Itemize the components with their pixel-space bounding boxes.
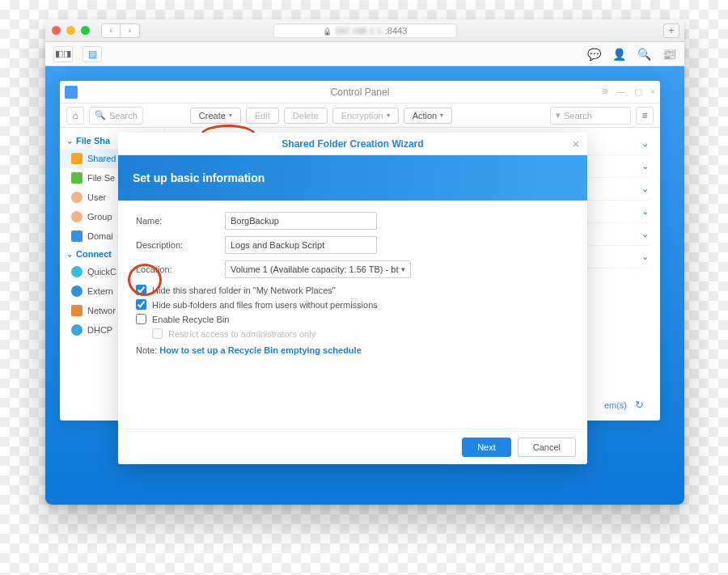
- home-button[interactable]: ⌂: [66, 107, 84, 125]
- traffic-lights: [52, 26, 90, 35]
- checkbox-icon: [152, 328, 163, 339]
- wizard-body: Name: Description: Location: Volume 1 (A…: [118, 201, 587, 429]
- dsm-topbar: ◧◨ ▤ 💬 👤 🔍 📰: [45, 42, 684, 66]
- close-icon[interactable]: ×: [573, 137, 579, 150]
- control-panel-title: Control Panel: [331, 87, 390, 98]
- recycle-bin-help-link[interactable]: How to set up a Recycle Bin emptying sch…: [159, 345, 361, 355]
- filter-input[interactable]: ▾ Search: [550, 107, 631, 125]
- search-icon[interactable]: 🔍: [637, 48, 651, 61]
- items-count: em(s): [604, 400, 627, 410]
- dashboard-icon[interactable]: ◧◨: [53, 46, 73, 62]
- location-label: Location:: [136, 264, 225, 274]
- enable-recycle-bin-checkbox[interactable]: Enable Recycle Bin: [136, 314, 569, 324]
- chat-icon[interactable]: 💬: [587, 48, 601, 61]
- list-footer: em(s) ↻: [604, 399, 644, 411]
- new-tab-button[interactable]: +: [663, 23, 679, 38]
- file-services-icon: [71, 172, 83, 184]
- cloud-icon: [71, 266, 83, 277]
- chevron-down-icon: ⌄: [641, 229, 649, 239]
- action-button[interactable]: Action▾: [404, 108, 453, 124]
- refresh-icon[interactable]: ↻: [635, 399, 644, 411]
- globe-icon: [71, 285, 83, 297]
- close-window-icon[interactable]: [52, 26, 61, 35]
- fullscreen-window-icon[interactable]: [81, 26, 90, 35]
- checkbox-icon[interactable]: [136, 299, 146, 310]
- control-panel-toolbar: ⌂ 🔍 Search Create▾ Edit Delete Encryptio…: [60, 104, 660, 128]
- funnel-icon: ▾: [556, 110, 561, 120]
- folder-icon: [71, 153, 83, 164]
- chevron-down-icon: ⌄: [641, 184, 649, 194]
- cancel-button[interactable]: Cancel: [518, 438, 576, 457]
- delete-button[interactable]: Delete: [284, 108, 328, 124]
- caret-down-icon: ▾: [387, 112, 390, 119]
- name-input[interactable]: [225, 212, 377, 230]
- recycle-bin-note: Note: How to set up a Recycle Bin emptyi…: [136, 345, 569, 355]
- cp-minimize-icon[interactable]: —: [617, 87, 626, 97]
- address-bar[interactable]: 192.168.1.1 :8443: [273, 23, 457, 38]
- control-panel-tab-icon[interactable]: ▤: [83, 46, 102, 62]
- chevron-down-icon: ⌄: [641, 252, 649, 262]
- widgets-icon[interactable]: 📰: [662, 48, 676, 61]
- back-button[interactable]: ‹: [101, 23, 121, 38]
- chevron-down-icon: ⌄: [641, 206, 649, 217]
- wizard-title: Shared Folder Creation Wizard: [281, 138, 423, 150]
- minimize-window-icon[interactable]: [66, 26, 75, 35]
- control-panel-titlebar: Control Panel ⚞ — ▢ ×: [60, 81, 660, 104]
- chevron-down-icon: ⌄: [641, 161, 649, 171]
- user-icon: [71, 192, 83, 203]
- shared-folder-wizard: Shared Folder Creation Wizard × Set up b…: [118, 133, 587, 464]
- browser-window: ‹ › 192.168.1.1 :8443 + ◧◨ ▤ 💬 👤 🔍 📰 Con…: [45, 19, 684, 505]
- wizard-banner: Set up basic information: [118, 155, 587, 201]
- list-settings-button[interactable]: ≡: [636, 107, 654, 125]
- dhcp-icon: [71, 324, 83, 336]
- cp-close-icon[interactable]: ×: [650, 87, 655, 97]
- user-icon[interactable]: 👤: [612, 48, 626, 61]
- cp-pin-icon[interactable]: ⚞: [601, 87, 609, 97]
- checkbox-icon[interactable]: [136, 285, 146, 295]
- wizard-titlebar: Shared Folder Creation Wizard ×: [118, 133, 587, 155]
- wizard-footer: Next Cancel: [118, 429, 587, 464]
- description-label: Description:: [136, 240, 225, 250]
- address-port: :8443: [385, 26, 408, 36]
- create-button[interactable]: Create▾: [190, 108, 241, 124]
- nav-arrows: ‹ ›: [101, 23, 140, 38]
- encryption-button[interactable]: Encryption▾: [332, 108, 399, 124]
- location-select[interactable]: Volume 1 (Available capacity: 1.56 TB) -…: [225, 260, 411, 278]
- description-input[interactable]: [225, 236, 377, 254]
- forward-button[interactable]: ›: [121, 23, 140, 38]
- hide-subfolders-checkbox[interactable]: Hide sub-folders and files from users wi…: [136, 299, 569, 310]
- next-button[interactable]: Next: [462, 438, 511, 457]
- domain-icon: [71, 230, 83, 242]
- edit-button[interactable]: Edit: [246, 108, 279, 124]
- restrict-admin-checkbox: Restrict access to administrators only: [152, 328, 569, 339]
- caret-down-icon: ▾: [229, 112, 232, 119]
- cp-search-input[interactable]: 🔍 Search: [89, 107, 143, 125]
- group-icon: [71, 211, 83, 222]
- browser-titlebar: ‹ › 192.168.1.1 :8443 +: [45, 19, 684, 42]
- cp-maximize-icon[interactable]: ▢: [634, 87, 642, 97]
- hide-network-checkbox[interactable]: Hide this shared folder in "My Network P…: [136, 285, 569, 295]
- control-panel-icon: [65, 86, 78, 99]
- chevron-down-icon: ⌄: [641, 138, 649, 149]
- name-label: Name:: [136, 216, 225, 226]
- magnifier-icon: 🔍: [95, 110, 106, 120]
- dsm-desktop: Control Panel ⚞ — ▢ × ⌂ 🔍 Search Create▾: [45, 66, 684, 505]
- caret-down-icon: ▾: [440, 112, 443, 119]
- address-host: 192.168.1.1: [335, 26, 382, 36]
- caret-down-icon: ▾: [401, 265, 405, 273]
- network-icon: [71, 305, 83, 316]
- checkbox-icon[interactable]: [136, 314, 146, 324]
- lock-icon: [323, 26, 332, 36]
